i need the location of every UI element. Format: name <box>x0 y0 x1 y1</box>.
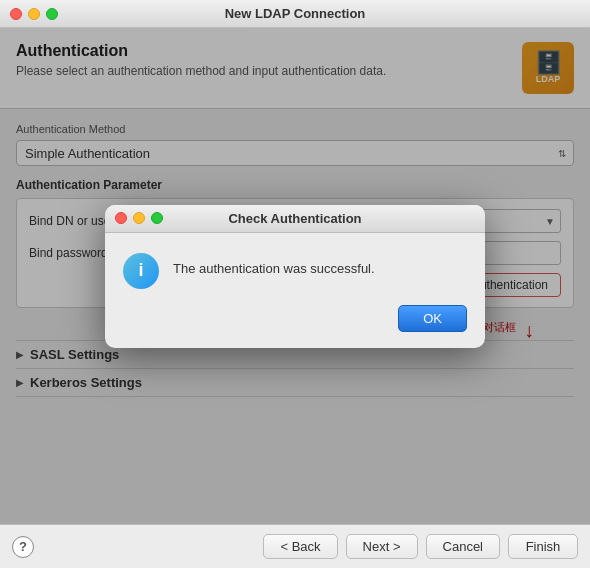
modal-close-button[interactable] <box>115 212 127 224</box>
modal-overlay: Check Authentication i The authenticatio… <box>0 28 590 524</box>
footer: ? < Back Next > Cancel Finish <box>0 524 590 568</box>
footer-right: < Back Next > Cancel Finish <box>263 534 578 559</box>
modal-title: Check Authentication <box>228 211 361 226</box>
maximize-button[interactable] <box>46 8 58 20</box>
title-bar: New LDAP Connection <box>0 0 590 28</box>
help-button[interactable]: ? <box>12 536 34 558</box>
close-button[interactable] <box>10 8 22 20</box>
modal-title-bar-buttons <box>115 212 163 224</box>
minimize-button[interactable] <box>28 8 40 20</box>
next-button[interactable]: Next > <box>346 534 418 559</box>
back-button[interactable]: < Back <box>263 534 337 559</box>
modal-footer: OK <box>105 305 485 348</box>
window-title: New LDAP Connection <box>225 6 366 21</box>
check-auth-modal: Check Authentication i The authenticatio… <box>105 205 485 348</box>
footer-left: ? <box>12 536 34 558</box>
modal-info-icon: i <box>123 253 159 289</box>
modal-ok-button[interactable]: OK <box>398 305 467 332</box>
modal-body: i The authentication was successful. <box>105 233 485 305</box>
modal-minimize-button[interactable] <box>133 212 145 224</box>
modal-title-bar: Check Authentication <box>105 205 485 233</box>
cancel-button[interactable]: Cancel <box>426 534 500 559</box>
main-content: Authentication Please select an authenti… <box>0 28 590 524</box>
modal-maximize-button[interactable] <box>151 212 163 224</box>
finish-button[interactable]: Finish <box>508 534 578 559</box>
modal-message: The authentication was successful. <box>173 253 375 276</box>
title-bar-buttons <box>10 8 58 20</box>
